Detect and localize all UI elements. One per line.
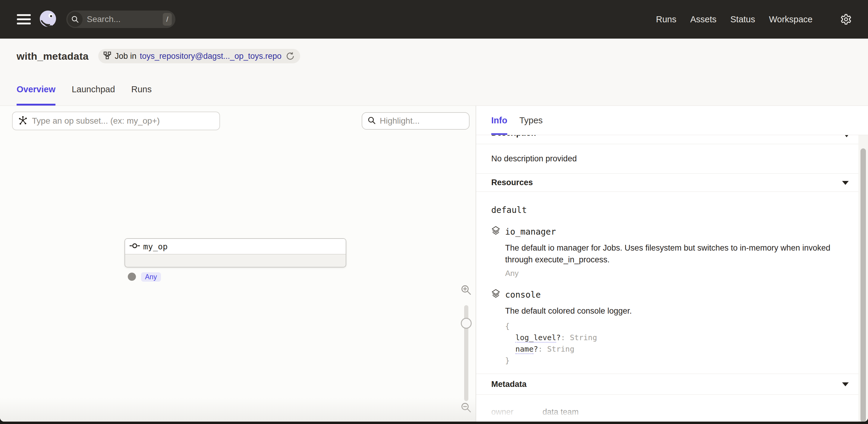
- resource-type: Any: [505, 269, 858, 278]
- resource-name: console: [505, 290, 541, 300]
- job-location-badge: Job in toys_repository@dagst..._op_toys.…: [98, 49, 300, 63]
- tab-runs[interactable]: Runs: [131, 85, 152, 105]
- nav-status[interactable]: Status: [730, 14, 755, 24]
- tab-overview[interactable]: Overview: [17, 85, 56, 105]
- resource-config-schema: { log_level?: String name?: String }: [505, 321, 858, 366]
- config-field: log_level?: String: [505, 332, 858, 343]
- repo-link[interactable]: toys_repository@dagst..._op_toys.repo: [140, 52, 281, 61]
- metadata-key: owner: [491, 407, 542, 417]
- main-content: my_op Any: [0, 106, 868, 422]
- reload-repo-icon[interactable]: [286, 52, 295, 61]
- resources-content: default io_manager: [476, 192, 858, 366]
- highlight-filter: [362, 112, 470, 130]
- op-output-handle[interactable]: [128, 273, 136, 281]
- resource-group-name: default: [491, 205, 858, 215]
- nav-assets[interactable]: Assets: [690, 14, 716, 24]
- highlight-search-icon: [367, 116, 376, 126]
- op-output-type-tag[interactable]: Any: [141, 272, 161, 282]
- section-header-description[interactable]: Description: [476, 135, 858, 144]
- zoom-in-icon[interactable]: [461, 284, 472, 296]
- title-row: with_metadata Job in toys_repository@dag…: [17, 49, 300, 63]
- dagster-app: / Runs Assets Status Workspace with_meta…: [0, 0, 868, 424]
- zoom-out-icon[interactable]: [461, 402, 472, 414]
- top-nav-bar: / Runs Assets Status Workspace: [0, 0, 868, 39]
- metadata-row: owner data team: [491, 407, 858, 417]
- global-search-input[interactable]: [87, 14, 163, 24]
- top-nav-links: Runs Assets Status Workspace: [656, 13, 852, 26]
- panel-tab-types[interactable]: Types: [519, 106, 542, 135]
- search-shortcut-key: /: [163, 13, 172, 26]
- panel-scrollbar-thumb[interactable]: [861, 148, 866, 422]
- resource-description: The default io manager for Jobs. Uses fi…: [505, 242, 858, 266]
- resource-description: The default colored console logger.: [505, 305, 858, 317]
- menu-icon[interactable]: [17, 14, 31, 24]
- details-panel: Info Types Description No description pr…: [476, 106, 868, 422]
- config-close-brace: }: [505, 355, 858, 366]
- description-body: No description provided: [476, 144, 858, 174]
- page-header: with_metadata Job in toys_repository@dag…: [0, 39, 868, 106]
- panel-tabs: Info Types: [476, 106, 868, 135]
- op-node-name: my_op: [143, 242, 167, 251]
- global-search[interactable]: /: [66, 10, 176, 28]
- caret-down-icon: [844, 135, 849, 137]
- settings-gear-icon[interactable]: [840, 13, 852, 26]
- resource-item-io-manager: io_manager The default io manager for Jo…: [491, 226, 858, 278]
- op-graph-canvas[interactable]: my_op Any: [0, 106, 476, 422]
- nav-workspace[interactable]: Workspace: [769, 14, 812, 24]
- metadata-table: owner data team link https://dagster.io: [476, 395, 858, 422]
- tab-launchpad[interactable]: Launchpad: [72, 85, 115, 105]
- op-node-my-op[interactable]: my_op: [124, 238, 346, 268]
- job-graph-icon: [103, 51, 112, 61]
- op-selector-icon: [18, 116, 28, 126]
- section-header-resources[interactable]: Resources: [476, 174, 858, 192]
- op-subset-filter: [12, 112, 220, 130]
- resource-name: io_manager: [505, 227, 556, 237]
- metadata-value: data team: [542, 407, 579, 417]
- section-header-metadata[interactable]: Metadata: [476, 374, 858, 395]
- page-tabs: Overview Launchpad Runs: [17, 85, 152, 105]
- content-sheet: with_metadata Job in toys_repository@dag…: [0, 39, 868, 422]
- panel-tab-info[interactable]: Info: [491, 106, 507, 135]
- resource-item-console: console The default colored console logg…: [491, 289, 858, 366]
- config-field: name?: String: [505, 343, 858, 355]
- op-subset-input[interactable]: [32, 116, 214, 126]
- no-description-text: No description provided: [491, 154, 577, 163]
- caret-down-icon: [842, 181, 849, 185]
- nav-runs[interactable]: Runs: [656, 14, 677, 24]
- description-heading: Description: [491, 135, 536, 138]
- zoom-slider-knob[interactable]: [461, 318, 472, 329]
- resource-layers-icon: [491, 226, 500, 237]
- highlight-input[interactable]: [380, 116, 464, 126]
- page-title: with_metadata: [17, 50, 89, 62]
- job-badge-prefix: Job in: [115, 52, 136, 61]
- caret-down-icon: [842, 383, 849, 386]
- config-open-brace: {: [505, 321, 858, 332]
- resources-heading: Resources: [491, 178, 533, 187]
- panel-scrollbar: [858, 135, 868, 422]
- panel-scroll-area: Description No description provided Reso…: [476, 135, 858, 422]
- op-icon: [129, 242, 140, 251]
- dagster-logo[interactable]: [38, 9, 58, 29]
- search-icon: [67, 12, 83, 27]
- metadata-heading: Metadata: [491, 380, 527, 389]
- resource-layers-icon: [491, 289, 500, 300]
